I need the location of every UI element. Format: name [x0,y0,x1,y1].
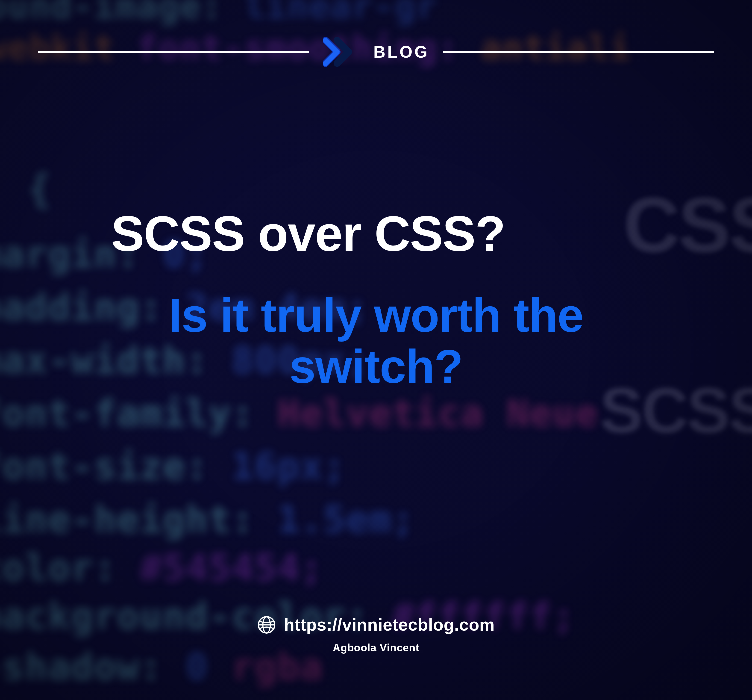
header-center: BLOG [323,37,429,67]
bg-text: linear-gr [244,0,438,26]
footer-url: https://vinnietecblog.com [284,615,495,635]
footer: https://vinnietecblog.com Agboola Vincen… [0,615,752,654]
bg-text: color: [0,546,117,590]
bg-text: font-family: [0,392,254,435]
hero-title: SCSS over CSS? [111,207,641,260]
header: BLOG [38,37,714,67]
footer-author: Agboola Vincent [332,641,420,654]
bg-text: #545454; [140,546,323,590]
bg-text: Helvetica Neue [277,392,598,435]
header-label: BLOG [373,42,429,61]
bg-text: line-height: [0,498,254,541]
bg-text: { [28,166,52,212]
hero-subtitle: Is it truly worth the switch? [123,290,629,392]
logo-chevrons-icon [323,37,360,67]
bg-text: font-size: [0,445,208,488]
promo-card: ound-image: linear-gr webkit font-smooth… [0,0,752,700]
bg-text: ound-image: [0,0,222,26]
divider-right [443,51,714,53]
divider-left [38,51,309,53]
hero: SCSS over CSS? Is it truly worth the swi… [0,207,752,392]
bg-text: 16px; [232,445,346,488]
bg-text: 1.5em; [277,498,415,541]
globe-icon [257,616,276,634]
url-row: https://vinnietecblog.com [257,615,495,635]
